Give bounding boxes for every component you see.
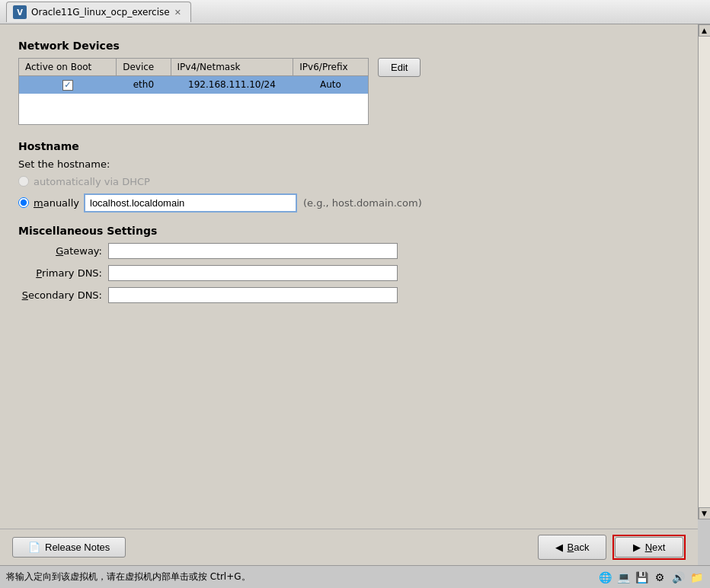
window-tab[interactable]: V Oracle11G_linux_ocp_exercise ✕ — [6, 2, 191, 22]
dhcp-option-row: automatically via DHCP — [18, 176, 680, 187]
gateway-input[interactable] — [108, 243, 398, 259]
cell-active: ✓ — [19, 76, 117, 94]
next-label: Next — [645, 542, 666, 553]
hostname-input[interactable] — [84, 193, 297, 213]
next-arrow-icon: ▶ — [633, 542, 641, 553]
bottom-right-buttons: ◀ Back ▶ Next — [538, 535, 686, 560]
close-icon[interactable]: ✕ — [174, 8, 181, 18]
settings-icon: ⚙ — [652, 570, 667, 585]
table-empty-row — [19, 94, 368, 124]
cell-device: eth0 — [117, 76, 171, 94]
release-notes-label: Release Notes — [45, 542, 110, 553]
bottom-bar: 📄 Release Notes ◀ Back ▶ Next — [0, 529, 698, 565]
hostname-section: Hostname Set the hostname: automatically… — [18, 140, 680, 213]
secondary-dns-input[interactable] — [108, 287, 398, 303]
col-device: Device — [117, 59, 171, 76]
gateway-row: Gateway: — [18, 243, 680, 259]
next-button-wrapper: ▶ Next — [612, 535, 686, 560]
status-icons: 🌐 💻 💾 ⚙ 🔊 📁 — [597, 570, 704, 585]
manual-radio[interactable] — [18, 197, 29, 208]
dhcp-radio[interactable] — [18, 176, 29, 187]
main-content: Network Devices Active on Boot Device IP… — [0, 24, 698, 542]
table-row[interactable]: ✓ eth0 192.168.111.10/24 Auto — [19, 76, 368, 94]
scroll-up-arrow[interactable]: ▲ — [699, 24, 711, 37]
secondary-dns-row: Secondary DNS: — [18, 287, 680, 303]
scroll-down-arrow[interactable]: ▼ — [699, 507, 711, 519]
secondary-dns-label: Secondary DNS: — [18, 289, 102, 301]
release-notes-button[interactable]: 📄 Release Notes — [12, 537, 126, 558]
dhcp-label: automatically via DHCP — [34, 176, 150, 187]
col-ipv4-netmask: IPv4/Netmask — [171, 59, 293, 76]
manual-label: manually — [34, 197, 79, 209]
flag-icon: 🔊 — [670, 570, 686, 585]
misc-header: Miscellaneous Settings — [18, 225, 680, 237]
back-button[interactable]: ◀ Back — [538, 535, 606, 560]
back-arrow-icon: ◀ — [555, 542, 563, 553]
network-devices-header: Network Devices — [18, 40, 680, 52]
col-ipv6-prefix: IPv6/Prefix — [293, 59, 368, 76]
cell-ipv4: 192.168.111.10/24 — [171, 76, 293, 94]
hostname-input-row: (e.g., host.domain.com) — [84, 193, 422, 213]
manual-option-row: manually (e.g., host.domain.com) — [18, 193, 680, 213]
next-button[interactable]: ▶ Next — [615, 537, 683, 558]
misc-section: Miscellaneous Settings Gateway: Primary … — [18, 225, 680, 303]
cell-ipv6: Auto — [293, 76, 368, 94]
primary-dns-row: Primary DNS: — [18, 265, 680, 281]
title-bar: V Oracle11G_linux_ocp_exercise ✕ — [0, 0, 710, 24]
network-devices-row: Active on Boot Device IPv4/Netmask IPv6/… — [18, 58, 680, 128]
primary-dns-label: Primary DNS: — [18, 267, 102, 279]
network-devices-table-container: Active on Boot Device IPv4/Netmask IPv6/… — [18, 58, 369, 125]
primary-dns-input[interactable] — [108, 265, 398, 281]
app-icon: V — [13, 5, 27, 19]
release-notes-icon: 📄 — [28, 542, 40, 553]
edit-button[interactable]: Edit — [378, 58, 421, 77]
network-icon: 🌐 — [597, 570, 612, 585]
network-devices-table: Active on Boot Device IPv4/Netmask IPv6/… — [19, 59, 368, 124]
gateway-label: Gateway: — [18, 245, 102, 257]
hostname-header: Hostname — [18, 140, 680, 152]
col-active-on-boot: Active on Boot — [19, 59, 117, 76]
status-bar: 将输入定向到该虚拟机，请在虚拟机内部单击或按 Ctrl+G。 🌐 💻 💾 ⚙ 🔊… — [0, 565, 710, 588]
hostname-description: Set the hostname: — [18, 158, 680, 170]
status-message: 将输入定向到该虚拟机，请在虚拟机内部单击或按 Ctrl+G。 — [6, 570, 251, 583]
tab-label: Oracle11G_linux_ocp_exercise — [31, 7, 170, 18]
scroll-track[interactable] — [699, 37, 710, 507]
empty-cell — [19, 94, 368, 124]
vm-icon: 💻 — [616, 570, 631, 585]
hostname-hint: (e.g., host.domain.com) — [303, 197, 422, 209]
active-checkbox[interactable]: ✓ — [62, 80, 73, 91]
back-label: Back — [568, 542, 590, 553]
folder-icon: 📁 — [689, 570, 704, 585]
vertical-scrollbar[interactable]: ▲ ▼ — [698, 24, 710, 519]
disk-icon: 💾 — [634, 570, 649, 585]
